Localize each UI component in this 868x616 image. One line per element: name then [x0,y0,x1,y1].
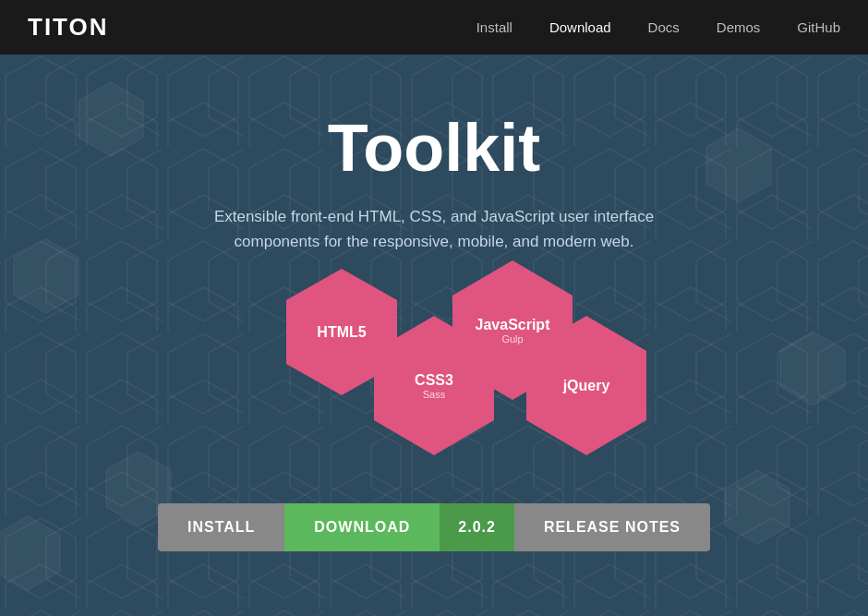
hex-jquery-label: jQuery [563,377,610,394]
hex-css3-label: CSS3 [415,371,453,389]
hex-javascript-label: JavaScript [476,316,550,333]
hex-html5-label: HTML5 [317,323,366,341]
release-notes-button[interactable]: RELEASE NOTES [514,503,710,551]
hex-javascript-sublabel: Gulp [501,333,523,344]
hex-css3[interactable]: CSS3 Sass [374,351,494,420]
nav-links: Install Download Docs Demos GitHub [476,19,840,35]
nav-github[interactable]: GitHub [797,19,840,35]
nav-install[interactable]: Install [476,19,512,35]
hero-title: Toolkit [328,110,541,186]
version-button[interactable]: 2.0.2 [440,503,514,551]
download-button[interactable]: DOWNLOAD [284,503,440,551]
nav-docs[interactable]: Docs [648,19,680,35]
logo: TITON [28,13,109,42]
hero-section: Toolkit Extensible front-end HTML, CSS, … [0,54,868,616]
cta-buttons: INSTALL DOWNLOAD 2.0.2 RELEASE NOTES [158,503,710,551]
hex-jquery[interactable]: jQuery [526,351,646,420]
logo-text: TITON [28,13,109,42]
install-button[interactable]: INSTALL [158,503,284,551]
hex-css3-sublabel: Sass [423,389,445,400]
nav-demos[interactable]: Demos [717,19,761,35]
tech-hexagons: HTML5 JavaScript Gulp CSS3 Sass [231,291,637,457]
nav-download[interactable]: Download [549,19,611,35]
navbar: TITON Install Download Docs Demos GitHub [0,0,868,54]
hero-subtitle: Extensible front-end HTML, CSS, and Java… [212,204,656,254]
